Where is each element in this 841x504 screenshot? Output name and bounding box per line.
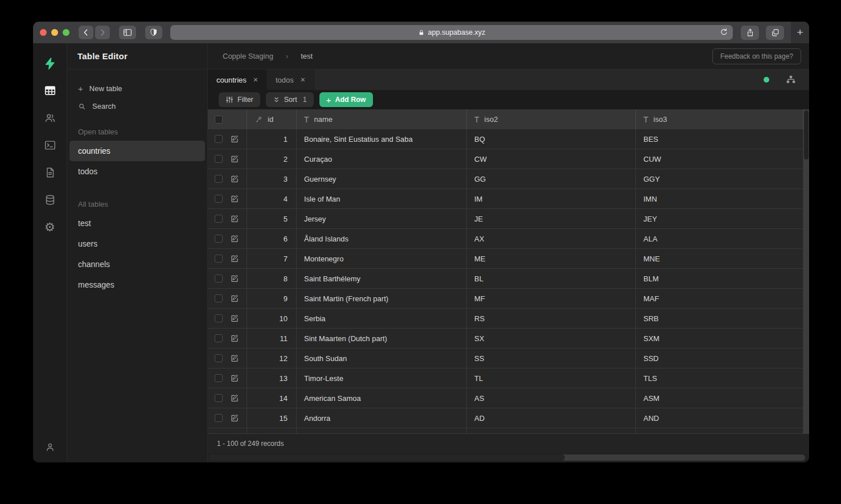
edit-row-icon[interactable] xyxy=(230,394,239,403)
cell-iso3[interactable]: MAF xyxy=(636,289,803,308)
filter-button[interactable]: Filter xyxy=(219,92,260,107)
cell-iso2[interactable]: AD xyxy=(467,408,636,428)
rail-auth-button[interactable] xyxy=(40,108,60,128)
cell-name[interactable]: Saint Martin (French part) xyxy=(297,289,467,308)
cell-iso3[interactable]: TLS xyxy=(636,368,803,388)
cell-iso3[interactable]: BLM xyxy=(636,269,803,288)
cell-iso2[interactable]: TL xyxy=(467,368,636,388)
cell-iso2[interactable]: GG xyxy=(467,169,636,189)
edit-row-icon[interactable] xyxy=(230,374,239,383)
cell-iso3[interactable]: IMN xyxy=(636,189,803,208)
cell-name[interactable]: Bonaire, Sint Eustatius and Saba xyxy=(297,129,467,149)
vertical-scrollbar-thumb[interactable] xyxy=(804,110,809,159)
cell-iso3[interactable]: ALA xyxy=(636,229,803,248)
row-checkbox[interactable] xyxy=(215,334,223,342)
minimize-window-button[interactable] xyxy=(51,29,58,36)
rail-docs-button[interactable] xyxy=(40,163,60,182)
cell-iso2[interactable]: AS xyxy=(467,388,636,408)
row-checkbox[interactable] xyxy=(215,394,223,402)
cell-iso3[interactable]: GGY xyxy=(636,169,803,189)
edit-row-icon[interactable] xyxy=(230,134,239,144)
rail-account-button[interactable] xyxy=(40,437,60,457)
edit-row-icon[interactable] xyxy=(230,194,239,203)
sidebar-table-users[interactable]: users xyxy=(69,233,205,254)
horizontal-scrollbar[interactable] xyxy=(208,453,809,462)
row-checkbox[interactable] xyxy=(215,414,223,422)
cell-name[interactable]: Jersey xyxy=(297,209,467,228)
vertical-scrollbar[interactable] xyxy=(803,109,809,433)
column-header-id[interactable]: id xyxy=(247,109,297,129)
cell-name[interactable]: American Samoa xyxy=(297,388,467,408)
cell-iso3[interactable]: MNE xyxy=(636,249,803,268)
schema-visualizer-icon[interactable] xyxy=(785,74,797,85)
edit-row-icon[interactable] xyxy=(230,413,239,423)
column-header-name[interactable]: T name xyxy=(297,109,467,129)
cell-name[interactable]: Isle of Man xyxy=(297,189,467,208)
column-header-iso3[interactable]: T iso3 xyxy=(636,109,803,129)
cell-name[interactable]: Timor-Leste xyxy=(297,368,467,388)
cell-iso3[interactable]: CUW xyxy=(636,149,803,169)
cell-id[interactable]: 15 xyxy=(247,408,297,428)
edit-row-icon[interactable] xyxy=(230,234,239,243)
close-window-button[interactable] xyxy=(40,29,47,36)
tab-countries[interactable]: countries× xyxy=(208,69,267,90)
search-button[interactable]: Search xyxy=(67,97,207,115)
cell-id[interactable]: 11 xyxy=(247,329,297,348)
cell-iso2[interactable]: BQ xyxy=(467,129,636,149)
cell-iso2[interactable]: ME xyxy=(467,249,636,268)
row-checkbox[interactable] xyxy=(215,374,223,382)
cell-iso2[interactable]: SS xyxy=(467,349,636,368)
row-checkbox[interactable] xyxy=(215,155,223,163)
cell-id[interactable]: 5 xyxy=(247,209,297,228)
row-checkbox[interactable] xyxy=(215,314,223,322)
edit-row-icon[interactable] xyxy=(230,254,239,263)
column-header-iso2[interactable]: T iso2 xyxy=(467,109,636,129)
edit-row-icon[interactable] xyxy=(230,154,239,163)
cell-name[interactable]: Guernsey xyxy=(297,169,467,189)
breadcrumb-project[interactable]: Copple Staging xyxy=(223,52,273,60)
share-button[interactable] xyxy=(741,26,759,40)
edit-row-icon[interactable] xyxy=(230,334,239,343)
new-table-button[interactable]: + New table xyxy=(67,80,207,97)
horizontal-scrollbar-thumb[interactable] xyxy=(210,454,565,461)
cell-iso3[interactable]: BES xyxy=(636,129,803,149)
sidebar-toggle-button[interactable] xyxy=(119,26,136,39)
edit-row-icon[interactable] xyxy=(230,354,239,363)
select-all-checkbox[interactable] xyxy=(215,116,223,124)
cell-iso2[interactable]: SX xyxy=(467,329,636,348)
cell-id[interactable]: 3 xyxy=(247,169,297,189)
cell-iso3[interactable]: SXM xyxy=(636,329,803,348)
row-checkbox[interactable] xyxy=(215,175,223,183)
row-checkbox[interactable] xyxy=(215,235,223,243)
cell-iso3[interactable]: AND xyxy=(636,408,803,428)
cell-iso2[interactable]: BL xyxy=(467,269,636,288)
cell-id[interactable]: 14 xyxy=(247,388,297,408)
cell-iso2[interactable]: AX xyxy=(467,229,636,248)
sidebar-table-channels[interactable]: channels xyxy=(69,254,205,274)
cell-iso2[interactable]: CW xyxy=(467,149,636,169)
cell-id[interactable]: 6 xyxy=(247,229,297,248)
row-checkbox[interactable] xyxy=(215,294,223,302)
zoom-window-button[interactable] xyxy=(63,29,69,36)
cell-iso3[interactable]: SRB xyxy=(636,309,803,328)
cell-id[interactable]: 8 xyxy=(247,269,297,288)
cell-id[interactable]: 1 xyxy=(247,129,297,149)
edit-row-icon[interactable] xyxy=(230,274,239,283)
cell-name[interactable]: Saint Barthélemy xyxy=(297,269,467,288)
sidebar-table-test[interactable]: test xyxy=(69,213,205,233)
cell-name[interactable]: Serbia xyxy=(297,309,467,328)
add-row-button[interactable]: + Add Row xyxy=(319,92,373,107)
row-checkbox[interactable] xyxy=(215,195,223,203)
tab-overview-button[interactable] xyxy=(766,26,784,40)
cell-id[interactable]: 7 xyxy=(247,249,297,268)
edit-row-icon[interactable] xyxy=(230,294,239,303)
row-checkbox[interactable] xyxy=(215,255,223,263)
cell-id[interactable]: 12 xyxy=(247,349,297,368)
feedback-button[interactable]: Feedback on this page? xyxy=(712,48,801,64)
cell-iso2[interactable]: IM xyxy=(467,189,636,208)
edit-row-icon[interactable] xyxy=(230,214,239,223)
cell-iso3[interactable]: JEY xyxy=(636,209,803,228)
cell-name[interactable]: South Sudan xyxy=(297,349,467,368)
tab-close-icon[interactable]: × xyxy=(301,75,305,84)
privacy-shield-button[interactable] xyxy=(145,26,162,39)
